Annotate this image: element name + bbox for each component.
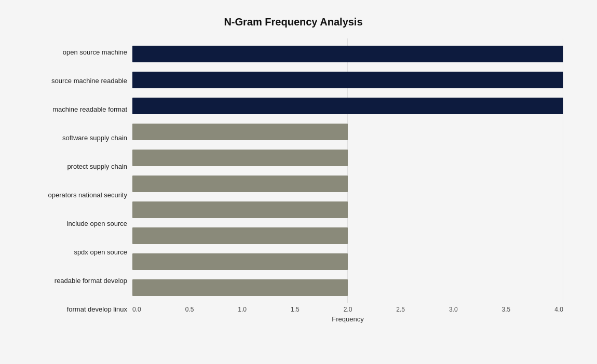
bar <box>132 253 348 270</box>
bar <box>132 72 563 88</box>
bar-row <box>132 119 563 144</box>
bar <box>132 176 348 192</box>
bar-row <box>132 249 563 274</box>
y-label: open source machine <box>23 39 127 66</box>
bars-wrapper <box>132 38 563 303</box>
x-tick: 3.0 <box>449 306 458 313</box>
x-tick: 2.0 <box>344 306 352 313</box>
y-label: source machine readable <box>23 68 127 95</box>
grid-and-bars <box>132 38 563 303</box>
x-axis: 0.00.51.01.52.02.53.03.54.0 Frequency <box>132 303 563 324</box>
bar <box>132 227 348 244</box>
bar <box>132 46 563 62</box>
x-ticks: 0.00.51.01.52.02.53.03.54.0 <box>132 303 563 313</box>
y-label: readable format develop <box>23 267 127 294</box>
y-axis: open source machinesource machine readab… <box>23 38 132 324</box>
bar-row <box>132 68 563 92</box>
bar-row <box>132 93 563 118</box>
y-label: spdx open source <box>23 239 127 266</box>
bar-row <box>132 197 563 222</box>
x-tick: 0.5 <box>185 306 194 313</box>
bar <box>132 150 348 166</box>
bar-row <box>132 42 563 66</box>
x-tick: 2.5 <box>396 306 405 313</box>
x-axis-label: Frequency <box>132 315 563 323</box>
plot-area: 0.00.51.01.52.02.53.03.54.0 Frequency <box>132 38 563 324</box>
bar <box>132 124 348 140</box>
y-label: include open source <box>23 210 127 237</box>
bar-row <box>132 145 563 170</box>
chart-container: N-Gram Frequency Analysis open source ma… <box>13 6 584 359</box>
chart-title: N-Gram Frequency Analysis <box>23 16 563 28</box>
y-label: machine readable format <box>23 96 127 123</box>
x-tick: 0.0 <box>132 306 141 313</box>
chart-area: open source machinesource machine readab… <box>23 38 563 324</box>
y-label: operators national security <box>23 182 127 209</box>
bar-row <box>132 275 563 300</box>
y-label: software supply chain <box>23 125 127 152</box>
bar <box>132 98 563 114</box>
x-tick: 4.0 <box>554 306 563 313</box>
bar-row <box>132 171 563 196</box>
y-label: protect supply chain <box>23 153 127 180</box>
bar <box>132 279 348 296</box>
bar-row <box>132 223 563 248</box>
x-tick: 1.0 <box>238 306 247 313</box>
x-tick: 3.5 <box>502 306 511 313</box>
y-label: format develop linux <box>23 296 127 323</box>
x-tick: 1.5 <box>291 306 300 313</box>
bar <box>132 201 348 218</box>
